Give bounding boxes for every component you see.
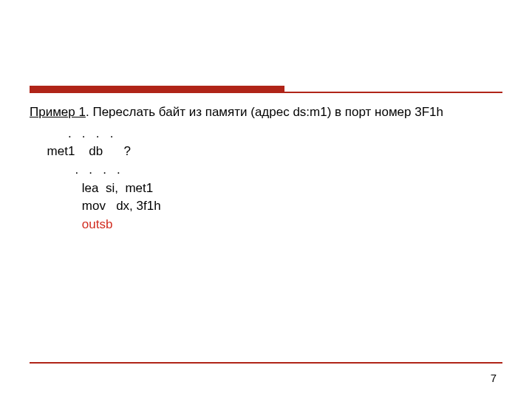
code-line-3: . . . . (30, 163, 120, 177)
code-line-5: mov dx, 3f1h (30, 199, 161, 213)
page-number: 7 (491, 372, 497, 384)
example-description: Переслать байт из памяти (адрес ds:m1) в… (89, 105, 443, 119)
slide-content: Пример 1. Переслать байт из памяти (адре… (30, 103, 502, 233)
code-line-6-instr: outsb (82, 217, 113, 231)
example-label: Пример 1 (30, 105, 86, 119)
code-block: . . . . met1 db ? . . . . lea si, met1 m… (30, 125, 502, 234)
code-line-6-indent (30, 217, 82, 231)
code-line-1: . . . . (30, 126, 113, 140)
code-line-4: lea si, met1 (30, 181, 153, 195)
example-title-line: Пример 1. Переслать байт из памяти (адре… (30, 103, 502, 122)
header-rule-thin (30, 92, 502, 93)
footer-rule (30, 362, 502, 364)
code-line-2: met1 db ? (30, 144, 131, 158)
header-rule (30, 86, 502, 93)
